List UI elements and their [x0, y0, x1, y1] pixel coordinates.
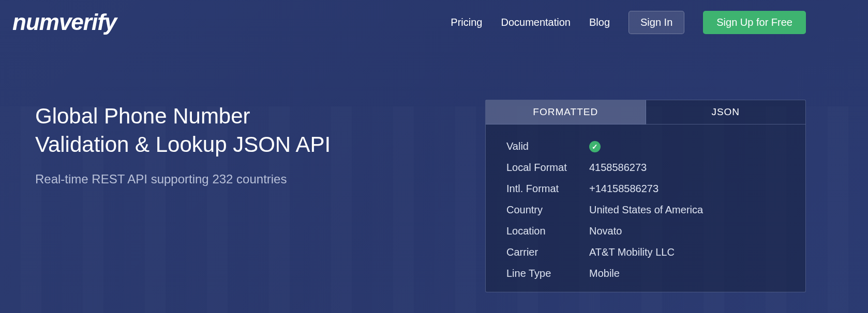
tab-formatted[interactable]: FORMATTED [486, 100, 646, 124]
hero-content: Global Phone Number Validation & Lookup … [35, 102, 444, 292]
result-body: Valid ✓ Local Format 4158586273 Intl. Fo… [486, 124, 805, 292]
result-row-location: Location Novato [506, 225, 785, 237]
value-valid: ✓ [589, 140, 601, 152]
signup-button[interactable]: Sign Up for Free [703, 11, 806, 34]
hero-subtitle: Real-time REST API supporting 232 countr… [35, 172, 444, 186]
value-location: Novato [589, 225, 622, 237]
hero-title-line2: Validation & Lookup JSON API [35, 132, 331, 156]
result-row-line-type: Line Type Mobile [506, 268, 785, 279]
signin-button[interactable]: Sign In [628, 11, 684, 34]
header: numverify Pricing Documentation Blog Sig… [0, 0, 868, 35]
label-country: Country [506, 204, 589, 216]
value-country: United States of America [589, 204, 703, 216]
result-row-intl-format: Intl. Format +14158586273 [506, 183, 785, 195]
result-card: FORMATTED JSON Valid ✓ Local Format 4158… [485, 100, 806, 292]
nav-pricing[interactable]: Pricing [451, 17, 482, 28]
nav: Pricing Documentation Blog Sign In Sign … [451, 11, 806, 34]
label-line-type: Line Type [506, 268, 589, 279]
label-location: Location [506, 225, 589, 237]
result-row-local-format: Local Format 4158586273 [506, 162, 785, 174]
logo[interactable]: numverify [12, 9, 116, 35]
nav-documentation[interactable]: Documentation [501, 17, 571, 28]
hero-title-line1: Global Phone Number [35, 104, 250, 128]
hero-title: Global Phone Number Validation & Lookup … [35, 102, 444, 159]
hero-section: Global Phone Number Validation & Lookup … [0, 35, 868, 292]
label-intl-format: Intl. Format [506, 183, 589, 195]
result-row-country: Country United States of America [506, 204, 785, 216]
tabs: FORMATTED JSON [486, 100, 805, 124]
check-icon: ✓ [589, 141, 601, 152]
value-local-format: 4158586273 [589, 162, 647, 174]
value-intl-format: +14158586273 [589, 183, 659, 195]
nav-blog[interactable]: Blog [589, 17, 610, 28]
label-carrier: Carrier [506, 246, 589, 258]
label-valid: Valid [506, 140, 589, 152]
value-line-type: Mobile [589, 268, 620, 279]
value-carrier: AT&T Mobility LLC [589, 246, 675, 258]
label-local-format: Local Format [506, 162, 589, 174]
result-row-carrier: Carrier AT&T Mobility LLC [506, 246, 785, 258]
tab-json[interactable]: JSON [646, 100, 806, 124]
result-row-valid: Valid ✓ [506, 140, 785, 152]
